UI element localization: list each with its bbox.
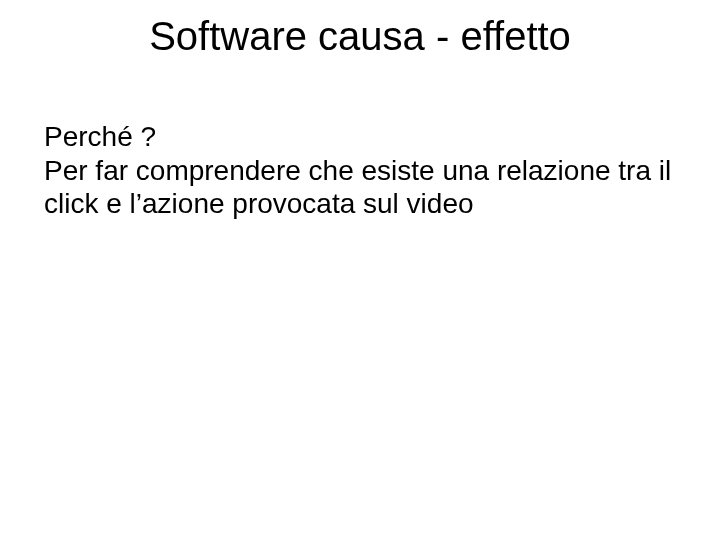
slide-title: Software causa - effetto — [0, 14, 720, 59]
slide-body: Perché ? Per far comprendere che esiste … — [44, 120, 676, 221]
slide: Software causa - effetto Perché ? Per fa… — [0, 0, 720, 540]
body-line-1: Perché ? — [44, 120, 676, 154]
body-line-2: Per far comprendere che esiste una relaz… — [44, 154, 676, 221]
